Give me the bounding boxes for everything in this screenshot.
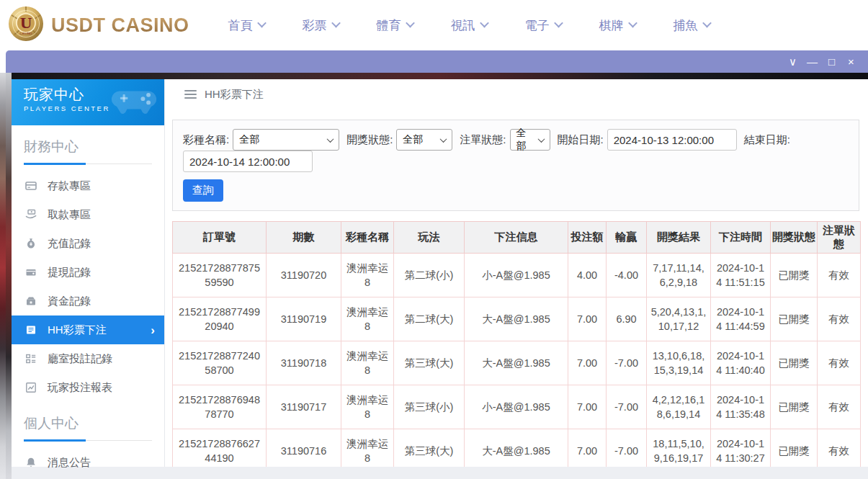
cell-order-status: 有效: [818, 385, 861, 429]
svg-text:CASINO: CASINO: [19, 32, 32, 35]
nav-item[interactable]: 首頁: [210, 17, 284, 34]
nav-item-label: 電子: [525, 17, 550, 34]
cell-draw-result: 13,10,6,18,15,3,19,14: [647, 341, 711, 385]
window-maximize-icon[interactable]: □: [822, 50, 841, 73]
cell-order-status: 有效: [818, 429, 861, 467]
cell-bet-amount: 7.00: [568, 385, 607, 429]
column-header: 開獎狀態: [771, 222, 818, 254]
column-header: 投注額: [568, 222, 607, 254]
top-navigation-bar: U CASINO USDT CASINO 首頁 彩票 體育 視訊: [0, 0, 868, 50]
sidebar-menu-item[interactable]: 充值記錄 ›: [12, 229, 164, 258]
backdrop-top-strip: [12, 73, 868, 79]
sidebar-section-finance: 財務中心: [12, 125, 164, 164]
cell-lottery-name: 澳洲幸运8: [341, 254, 394, 297]
order-status-select[interactable]: 全部: [510, 129, 550, 151]
order-status-label: 注單狀態:: [460, 133, 506, 147]
chevron-down-icon: [406, 19, 415, 28]
menu-item-label: 廳室投註記錄: [48, 352, 112, 366]
column-header: 訂單號: [173, 222, 267, 254]
cell-bet-info: 大-A盤@1.985: [465, 297, 568, 341]
column-header: 注單狀態: [818, 222, 861, 254]
window-close-icon[interactable]: ×: [841, 50, 861, 73]
cell-period: 31190717: [267, 385, 341, 429]
lottery-select[interactable]: 全部: [233, 129, 339, 151]
sidebar-menu-item[interactable]: 存款專區 ›: [12, 171, 164, 200]
column-header: 玩法: [394, 222, 465, 254]
sidebar-menu-item[interactable]: 玩家投注報表 ›: [12, 373, 164, 402]
window-body: 玩家中心 PLAYERS CENTER 財務中: [12, 79, 868, 479]
window-backdrop: 玩家中心 PLAYERS CENTER 財務中: [6, 73, 868, 479]
backdrop-left-strip: [6, 73, 12, 479]
cell-bet-info: 小-A盤@1.985: [465, 385, 568, 429]
column-header: 彩種名稱: [341, 222, 394, 254]
cell-play-type: 第二球(小): [394, 254, 465, 297]
deposit-card-icon: [25, 180, 37, 192]
cell-play-type: 第三球(大): [394, 341, 465, 385]
cell-bet-time: 2024-10-14 11:44:59: [711, 297, 771, 341]
window-titlebar[interactable]: ∨ — □ ×: [6, 50, 868, 73]
main-header: HH彩票下注: [165, 79, 868, 109]
nav-item[interactable]: 電子: [506, 17, 581, 34]
cell-order-no: 2152172887787559590: [173, 254, 267, 297]
table-row: 2152172887787559590 31190720 澳洲幸运8 第二球(小…: [173, 254, 861, 297]
section-title: 財務中心: [24, 138, 152, 164]
menu-item-label: 充值記錄: [48, 237, 91, 251]
site-logo[interactable]: U CASINO USDT CASINO: [7, 5, 189, 45]
chevron-down-icon: [480, 19, 489, 28]
ticket-icon: [25, 324, 37, 336]
cell-draw-status: 已開獎: [771, 297, 818, 341]
column-header: 下注信息: [465, 222, 568, 254]
sidebar-menu-item[interactable]: HH彩票下注 ›: [12, 315, 164, 344]
table-row: 2152172887724058700 31190718 澳洲幸运8 第三球(大…: [173, 341, 861, 385]
cell-period: 31190720: [267, 254, 341, 297]
chevron-down-icon: [440, 135, 447, 143]
draw-status-label: 開獎狀態:: [346, 133, 393, 147]
end-date-input[interactable]: [183, 151, 313, 172]
start-date-label: 開始日期:: [558, 133, 604, 147]
start-date-input[interactable]: [607, 129, 737, 151]
sidebar-menu-item[interactable]: 消息公告 ›: [12, 448, 164, 477]
section-title: 個人中心: [24, 414, 152, 441]
gamepad-icon: [108, 85, 160, 120]
menu-item-label: HH彩票下注: [48, 323, 107, 337]
cell-bet-info: 大-A盤@1.985: [465, 341, 568, 385]
chevron-down-icon: [327, 135, 334, 143]
personal-menu: 消息公告 › 個人資料 ›: [12, 448, 164, 479]
menu-item-label: 取款專區: [48, 208, 91, 222]
cell-period: 31190719: [267, 297, 341, 341]
cell-draw-status: 已開獎: [771, 429, 818, 467]
bell-icon: [25, 457, 37, 468]
draw-status-select[interactable]: 全部: [396, 129, 452, 151]
main-content: 彩種名稱: 全部 開獎狀態: 全部 注單狀態:: [165, 109, 868, 467]
cell-play-type: 第三球(小): [394, 385, 465, 429]
sidebar-menu-item[interactable]: 取款專區 ›: [12, 200, 164, 229]
menu-toggle-icon[interactable]: [184, 90, 197, 99]
logo-text: USDT CASINO: [51, 14, 189, 37]
nav-item[interactable]: 棋牌: [581, 17, 655, 34]
nav-item[interactable]: 捕魚: [655, 17, 729, 34]
chevron-down-icon: [257, 19, 267, 28]
sidebar-menu-item[interactable]: 提現記錄 ›: [12, 258, 164, 287]
cell-win-loss: -7.00: [607, 385, 647, 429]
cell-order-status: 有效: [818, 341, 861, 385]
sidebar-menu-item[interactable]: 資金記錄 ›: [12, 287, 164, 315]
sidebar-header: 玩家中心 PLAYERS CENTER: [12, 79, 164, 125]
cell-draw-status: 已開獎: [771, 254, 818, 297]
sidebar: 玩家中心 PLAYERS CENTER 財務中: [12, 79, 165, 467]
cell-order-no: 2152172887662744190: [173, 429, 267, 467]
cell-bet-amount: 7.00: [568, 341, 607, 385]
cell-lottery-name: 澳洲幸运8: [341, 341, 394, 385]
nav-item[interactable]: 彩票: [284, 17, 358, 34]
window-minimize-icon[interactable]: —: [802, 50, 822, 73]
withdraw-hand-icon: [25, 209, 37, 220]
nav-item-label: 彩票: [303, 17, 327, 34]
search-button[interactable]: 查詢: [183, 179, 223, 202]
chevron-down-icon: [554, 19, 563, 28]
nav-item[interactable]: 體育: [358, 17, 432, 34]
nav-item[interactable]: 視訊: [432, 17, 506, 34]
nav-item-label: 視訊: [451, 17, 475, 34]
cell-draw-status: 已開獎: [771, 341, 818, 385]
select-value: 全部: [239, 133, 259, 146]
sidebar-menu-item[interactable]: 廳室投註記錄 ›: [12, 344, 164, 373]
window-collapse-icon[interactable]: ∨: [783, 50, 802, 73]
